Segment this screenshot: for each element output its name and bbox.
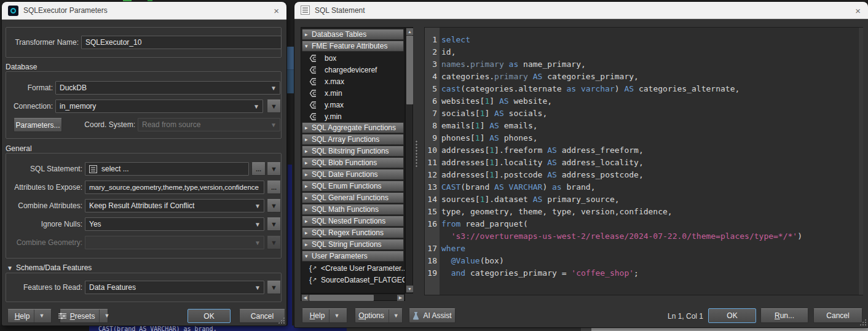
scroll-up-button[interactable]: ▲	[406, 28, 413, 35]
background-canvas-strip	[123, 0, 132, 1]
combine-attributes-dropdown-button[interactable]: ▼	[267, 199, 281, 212]
ignore-nulls-dropdown-button[interactable]: ▼	[267, 217, 281, 231]
code-line[interactable]: emails[1] AS emails,	[441, 120, 862, 132]
database-group: Format: DuckDB▼ Connection: in_memory▼ ▼…	[6, 71, 282, 139]
tree-item-y-min[interactable]: y.min	[301, 111, 404, 122]
tree-item-box[interactable]: box	[301, 52, 404, 64]
sql-statement-titlebar[interactable]: SQL Statement ×	[294, 2, 868, 19]
scrollbar-thumb[interactable]	[406, 36, 413, 104]
combine-geometry-combobox: ▼	[85, 236, 264, 249]
tree-vertical-scrollbar[interactable]: ▲ ▼	[405, 27, 413, 294]
help-button[interactable]: Help▼	[302, 308, 347, 323]
sql-text-icon	[89, 165, 97, 173]
editor-scrollbar-track[interactable]	[858, 28, 863, 295]
tree-header-sql-date-functions[interactable]: ▸SQL Date Functions	[302, 169, 404, 180]
code-line[interactable]: cast(categories.alternate as varchar) AS…	[441, 83, 862, 95]
code-line[interactable]: addresses[1].locality AS address_localit…	[441, 157, 862, 169]
tree-header-sql-regex-functions[interactable]: ▸SQL Regex Functions	[302, 227, 404, 238]
tree-header-fme-feature-attributes[interactable]: ▾FME Feature Attributes	[302, 41, 404, 52]
chevron-right-icon: ▸	[305, 230, 312, 236]
tree-item-y-max[interactable]: y.max	[301, 99, 404, 111]
tree-header-sql-enum-functions[interactable]: ▸SQL Enum Functions	[302, 181, 404, 192]
features-to-read-dropdown-button[interactable]: ▼	[267, 281, 281, 294]
code-line[interactable]: id,	[441, 46, 862, 58]
line-number: 11	[425, 157, 440, 169]
scroll-right-button[interactable]: ▶	[397, 295, 404, 301]
attributes-to-expose-ellipsis-button[interactable]: ...	[267, 181, 281, 194]
tree-header-sql-nested-functions[interactable]: ▸SQL Nested Functions	[302, 216, 404, 227]
help-button[interactable]: Help▼	[7, 309, 52, 323]
combine-attributes-combobox[interactable]: Keep Result Attributes if Conflict▼	[85, 199, 264, 212]
tree-header-sql-general-functions[interactable]: ▸SQL General Functions	[302, 192, 404, 203]
tree-header-user-parameters[interactable]: ▾User Parameters	[302, 251, 404, 262]
tree-header-sql-string-functions[interactable]: ▸SQL String Functions	[302, 239, 404, 250]
connection-label: Connection:	[6, 99, 53, 113]
code-line[interactable]: and categories_primary = 'coffee_shop';	[441, 267, 862, 279]
sql-statement-dropdown-button[interactable]: ▼	[267, 162, 281, 176]
ok-button[interactable]: OK	[187, 309, 231, 323]
tree-header-database-tables[interactable]: ▸Database Tables	[302, 29, 404, 40]
close-icon[interactable]: ×	[274, 6, 279, 15]
attributes-to-expose-input[interactable]	[85, 181, 264, 194]
code-line[interactable]: categories.primary AS categories_primary…	[441, 71, 862, 83]
code-line[interactable]: @Value(box)	[441, 255, 862, 267]
tree-header-sql-aggregate-functions[interactable]: ▸SQL Aggregate Functions	[302, 122, 404, 133]
code-line[interactable]: socials[1] AS socials,	[441, 107, 862, 120]
chevron-down-icon: ▼	[254, 281, 261, 294]
code-line[interactable]: phones[1] AS phones,	[441, 132, 862, 144]
code-line[interactable]: 's3://overturemaps-us-west-2/release/202…	[441, 230, 862, 243]
line-number: 2	[425, 46, 440, 58]
code-line[interactable]: websites[1] AS website,	[441, 95, 862, 107]
tree-header-sql-blob-functions[interactable]: ▸SQL Blob Functions	[302, 157, 404, 168]
code-line[interactable]: from read_parquet(	[441, 218, 862, 230]
tree-item-sourcedataset-flatgeoe[interactable]: {↗SourceDataset_FLATGEOE	[301, 274, 404, 286]
scrollbar-thumb[interactable]	[309, 295, 374, 301]
chevron-down-icon: ▼	[254, 200, 261, 212]
features-to-read-combobox[interactable]: Data Features▼	[85, 281, 264, 294]
general-section-label: General	[6, 144, 32, 153]
code-line[interactable]: select	[441, 34, 862, 46]
scroll-left-button[interactable]: ◀	[302, 295, 309, 301]
options-button[interactable]: Options▼	[355, 308, 403, 323]
sql-code-editor[interactable]: 12345678910111213141516171819 selectid,n…	[424, 27, 863, 295]
schema-data-features-header[interactable]: ▼Schema/Data Features	[7, 263, 92, 272]
sql-statement-field[interactable]: select ...	[85, 162, 249, 176]
ai-assist-button[interactable]: AI Assist	[409, 308, 456, 323]
tree-header-sql-array-functions[interactable]: ▸SQL Array Functions	[302, 134, 404, 145]
cancel-button[interactable]: Cancel	[813, 308, 862, 323]
code-line[interactable]: names.primary as name_primary,	[441, 58, 862, 71]
code-line[interactable]: addresses[1].postcode AS address_postcod…	[441, 169, 862, 181]
panel-splitter-handle[interactable]	[415, 140, 419, 168]
code-line[interactable]: addresses[1].freeform AS address_freefor…	[441, 144, 862, 157]
format-combobox[interactable]: DuckDB▼	[55, 81, 280, 95]
code-line[interactable]: CAST(brand AS VARCHAR) as brand,	[441, 181, 862, 193]
tree-header-sql-bitstring-functions[interactable]: ▸SQL Bitstring Functions	[302, 146, 404, 157]
code-line[interactable]: sources[1].dataset AS primary_source,	[441, 193, 862, 206]
presets-button[interactable]: Presets▼	[60, 309, 108, 323]
tree-item-x-max[interactable]: x.max	[301, 76, 404, 87]
scroll-down-button[interactable]: ▼	[406, 286, 413, 292]
close-icon[interactable]: ×	[855, 6, 861, 15]
user-parameter-icon: {↗	[309, 264, 317, 273]
parameters-button[interactable]: Parameters...	[14, 118, 62, 132]
tree-horizontal-scrollbar[interactable]: ◀ ▶	[301, 294, 405, 301]
code-line[interactable]: type, geometry, theme, type, version,con…	[441, 206, 862, 218]
tree-item-label: box	[325, 54, 336, 63]
transformer-name-input[interactable]	[81, 36, 282, 49]
sqlexecutor-titlebar[interactable]: SQLExecutor Parameters ×	[2, 2, 286, 20]
tree-item-chargedeviceref[interactable]: chargedeviceref	[301, 64, 404, 76]
ignore-nulls-combobox[interactable]: Yes▼	[85, 217, 264, 231]
chevron-right-icon: ▸	[305, 195, 312, 201]
tree-header-sql-math-functions[interactable]: ▸SQL Math Functions	[302, 204, 404, 215]
tree-item-create-user-parameter[interactable]: {↗<Create User Parameter..	[301, 262, 404, 274]
connection-combobox[interactable]: in_memory▼	[55, 99, 263, 113]
background-horizontal-scrollbar[interactable]	[591, 327, 868, 331]
code-area[interactable]: selectid,names.primary as name_primary,c…	[440, 28, 862, 295]
tree-item-x-min[interactable]: x.min	[301, 87, 404, 99]
sql-statement-ellipsis-button[interactable]: ...	[251, 162, 266, 176]
run-button[interactable]: Run...	[760, 308, 808, 323]
connection-dropdown-button[interactable]: ▼	[267, 99, 281, 113]
cancel-button[interactable]: Cancel	[239, 309, 285, 323]
ok-button[interactable]: OK	[708, 308, 756, 323]
code-line[interactable]: where	[441, 243, 862, 255]
